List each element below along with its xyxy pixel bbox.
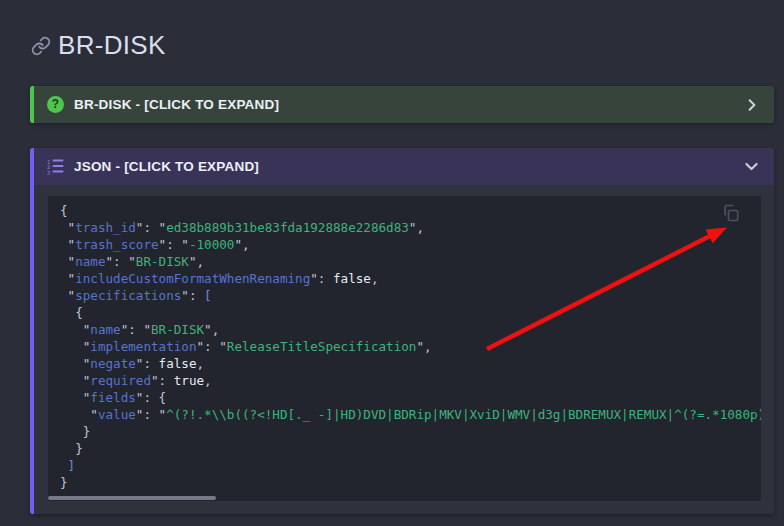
code-line: "specifications": [ — [60, 287, 761, 304]
page-title-text: BR-DISK — [58, 30, 166, 61]
horizontal-scrollbar-thumb[interactable] — [48, 496, 216, 500]
json-admonition: 1 2 3 JSON - [CLICK TO EXPAND] { "trash_… — [30, 148, 774, 514]
code-line: "value": "^(?!.*\\b((?<!HD[._ -]|HD)DVD|… — [60, 406, 761, 423]
json-code-block[interactable]: { "trash_id": "ed38b889b31be83fda192888e… — [48, 196, 761, 501]
code-line: { — [60, 304, 761, 321]
json-admonition-title: JSON - [CLICK TO EXPAND] — [74, 159, 743, 174]
code-line: "implementation": "ReleaseTitleSpecifica… — [60, 338, 761, 355]
code-line: "trash_id": "ed38b889b31be83fda192888e22… — [60, 219, 761, 236]
code-line: } — [60, 423, 761, 440]
question-circle-icon: ? — [47, 96, 64, 113]
code-line: "negate": false, — [60, 355, 761, 372]
question-admonition: ? BR-DISK - [CLICK TO EXPAND] — [30, 86, 774, 123]
chevron-down-icon — [743, 158, 760, 175]
code-line: "required": true, — [60, 372, 761, 389]
code-line: "trash_score": "-10000", — [60, 236, 761, 253]
code-line: "includeCustomFormatWhenRenaming": false… — [60, 270, 761, 287]
json-admonition-body: { "trash_id": "ed38b889b31be83fda192888e… — [30, 185, 774, 514]
code-line: } — [60, 474, 761, 491]
code-line: { — [60, 202, 761, 219]
code-line: } — [60, 440, 761, 457]
code-line: "name": "BR-DISK", — [60, 321, 761, 338]
code-line: "fields": { — [60, 389, 761, 406]
chevron-right-icon — [744, 97, 760, 113]
question-admonition-title: BR-DISK - [CLICK TO EXPAND] — [74, 97, 744, 112]
code-line: "name": "BR-DISK", — [60, 253, 761, 270]
numbered-list-icon: 1 2 3 — [47, 158, 64, 175]
code-line: ] — [60, 457, 761, 474]
question-admonition-header[interactable]: ? BR-DISK - [CLICK TO EXPAND] — [30, 86, 774, 123]
copy-button[interactable] — [721, 203, 741, 223]
json-admonition-header[interactable]: 1 2 3 JSON - [CLICK TO EXPAND] — [30, 148, 774, 185]
svg-text:3: 3 — [47, 170, 50, 176]
page-title: BR-DISK — [31, 30, 166, 61]
copy-icon — [721, 203, 741, 223]
json-code: { "trash_id": "ed38b889b31be83fda192888e… — [60, 202, 761, 491]
link-icon[interactable] — [31, 36, 51, 56]
